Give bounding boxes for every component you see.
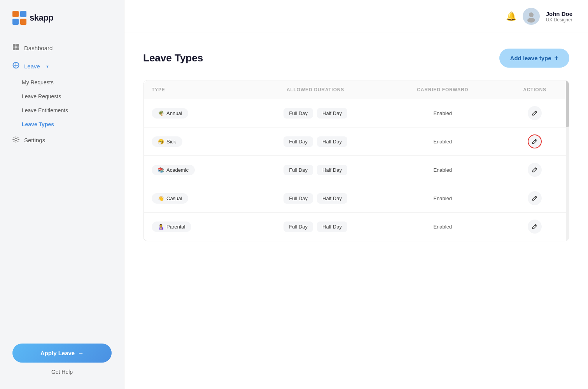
table-row: 🤧 Sick Full Day Half Day Enabled xyxy=(144,127,569,156)
edit-button[interactable] xyxy=(528,106,542,120)
leave-icon xyxy=(12,62,19,71)
sidebar: skapp Dashboard Leave ▾ My Requests Leav… xyxy=(0,0,124,389)
sidebar-bottom: Apply Leave → Get Help xyxy=(0,334,124,389)
get-help-link[interactable]: Get Help xyxy=(12,369,112,375)
type-emoji: 📚 xyxy=(158,167,164,173)
header-right: 🔔 John Doe UX Designer xyxy=(506,8,572,25)
svg-rect-4 xyxy=(13,44,16,47)
table-header: TYPE ALLOWED DURATIONS CARRIED FORWARD A… xyxy=(144,81,569,99)
carried-forward-cell: Enabled xyxy=(385,99,501,127)
dashboard-label: Dashboard xyxy=(24,45,52,51)
scrollbar-thumb[interactable] xyxy=(566,80,569,127)
half-day-chip: Half Day xyxy=(317,108,347,119)
page-title: Leave Types xyxy=(143,52,203,64)
sidebar-item-leave[interactable]: Leave ▾ xyxy=(0,57,124,75)
actions-wrapper xyxy=(509,191,561,205)
edit-button[interactable] xyxy=(528,191,542,205)
carried-forward-value: Enabled xyxy=(433,167,452,173)
sidebar-item-settings[interactable]: Settings xyxy=(0,131,124,149)
carried-forward-value: Enabled xyxy=(433,110,452,116)
leave-types-table: TYPE ALLOWED DURATIONS CARRIED FORWARD A… xyxy=(144,80,569,241)
full-day-chip: Full Day xyxy=(284,136,313,147)
duration-chips: Full Day Half Day xyxy=(254,108,377,119)
settings-icon xyxy=(12,136,19,144)
leave-type-cell: 👋 Casual xyxy=(152,193,239,204)
table-row: 👋 Casual Full Day Half Day Enabled xyxy=(144,184,569,213)
leave-label: Leave xyxy=(24,63,40,70)
half-day-chip: Half Day xyxy=(317,193,347,204)
duration-chips: Full Day Half Day xyxy=(254,222,377,232)
type-cell: 📚 Academic xyxy=(144,156,247,184)
duration-chips: Full Day Half Day xyxy=(254,193,377,204)
full-day-chip: Full Day xyxy=(284,222,313,232)
svg-point-12 xyxy=(529,12,534,17)
type-emoji: 🤧 xyxy=(158,139,164,145)
actions-wrapper xyxy=(509,106,561,120)
edit-button[interactable] xyxy=(528,134,542,148)
edit-icon xyxy=(532,224,537,229)
content-area: Leave Types Add leave type + TYPE ALLOWE… xyxy=(124,33,588,389)
col-actions: ACTIONS xyxy=(501,81,569,99)
svg-rect-6 xyxy=(13,47,16,50)
edit-icon xyxy=(532,139,537,144)
type-emoji: 🤱 xyxy=(158,224,164,230)
edit-button[interactable] xyxy=(528,163,542,177)
svg-rect-0 xyxy=(12,11,19,17)
col-durations: ALLOWED DURATIONS xyxy=(247,81,385,99)
carried-forward-cell: Enabled xyxy=(385,213,501,241)
actions-cell xyxy=(501,127,569,156)
edit-icon xyxy=(532,110,537,116)
header: 🔔 John Doe UX Designer xyxy=(124,0,588,33)
type-emoji: 🌴 xyxy=(158,110,164,116)
sidebar-item-dashboard[interactable]: Dashboard xyxy=(0,39,124,57)
sidebar-item-leave-requests[interactable]: Leave Requests xyxy=(0,89,124,103)
actions-wrapper xyxy=(509,134,561,148)
durations-cell: Full Day Half Day xyxy=(247,184,385,213)
actions-cell xyxy=(501,156,569,184)
table-row: 📚 Academic Full Day Half Day Enabled xyxy=(144,156,569,184)
half-day-chip: Half Day xyxy=(317,222,347,232)
apply-leave-button[interactable]: Apply Leave → xyxy=(12,344,112,363)
sidebar-item-leave-types[interactable]: Leave Types xyxy=(0,117,124,131)
type-label: Casual xyxy=(166,195,182,201)
durations-cell: Full Day Half Day xyxy=(247,127,385,156)
durations-cell: Full Day Half Day xyxy=(247,213,385,241)
svg-rect-3 xyxy=(20,19,26,25)
actions-cell xyxy=(501,213,569,241)
carried-forward-value: Enabled xyxy=(433,224,452,230)
add-leave-type-button[interactable]: Add leave type + xyxy=(499,49,569,68)
leave-types-table-wrapper: TYPE ALLOWED DURATIONS CARRIED FORWARD A… xyxy=(143,80,569,241)
svg-rect-7 xyxy=(16,47,19,50)
content-header: Leave Types Add leave type + xyxy=(143,49,569,68)
sidebar-item-leave-entitlements[interactable]: Leave Entitlements xyxy=(0,103,124,117)
svg-rect-5 xyxy=(16,44,19,47)
table-row: 🤱 Parental Full Day Half Day Enabled xyxy=(144,213,569,241)
actions-cell xyxy=(501,184,569,213)
duration-chips: Full Day Half Day xyxy=(254,165,377,175)
leave-type-cell: 📚 Academic xyxy=(152,165,239,175)
actions-wrapper xyxy=(509,163,561,177)
type-badge: 🤱 Parental xyxy=(152,222,191,232)
type-label: Parental xyxy=(166,224,185,230)
scrollbar[interactable] xyxy=(566,80,569,241)
sidebar-item-my-requests[interactable]: My Requests xyxy=(0,75,124,89)
type-cell: 🤱 Parental xyxy=(144,213,247,241)
main-content: 🔔 John Doe UX Designer Leave Types Add l… xyxy=(124,0,588,389)
leave-type-cell: 🤧 Sick xyxy=(152,136,239,147)
half-day-chip: Half Day xyxy=(317,165,347,175)
svg-point-13 xyxy=(527,18,535,23)
notification-icon[interactable]: 🔔 xyxy=(506,11,516,21)
svg-rect-1 xyxy=(20,11,26,17)
full-day-chip: Full Day xyxy=(284,165,313,175)
svg-point-11 xyxy=(15,138,17,141)
full-day-chip: Full Day xyxy=(284,193,313,204)
leave-type-cell: 🤱 Parental xyxy=(152,222,239,232)
type-badge: 📚 Academic xyxy=(152,165,195,175)
edit-icon xyxy=(532,167,537,173)
type-cell: 🤧 Sick xyxy=(144,127,247,156)
edit-button[interactable] xyxy=(528,220,542,234)
type-badge: 👋 Casual xyxy=(152,193,188,204)
leave-type-cell: 🌴 Annual xyxy=(152,108,239,119)
actions-wrapper xyxy=(509,220,561,234)
half-day-chip: Half Day xyxy=(317,136,347,147)
